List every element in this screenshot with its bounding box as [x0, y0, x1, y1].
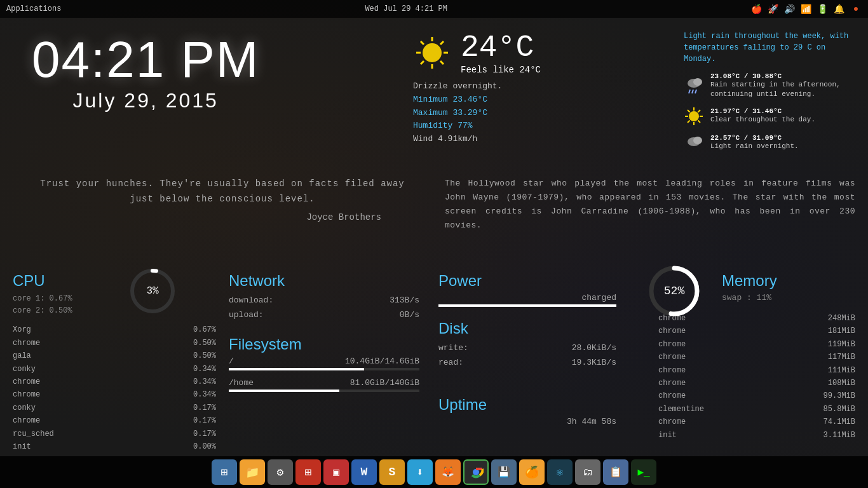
disk-write-label: write:: [438, 341, 468, 355]
main-content: 04:21 PM July 29, 2015 24°C Feels like 2…: [0, 18, 868, 456]
widgets-row: CPU core 1: 0.67% core 2: 0.50% 3% Xorg: [0, 272, 868, 418]
taskbar-slides-icon[interactable]: S: [379, 459, 405, 485]
mem-process-name: clementine: [658, 403, 704, 416]
cpu-gauge-percent: 3%: [146, 285, 158, 297]
taskbar-terminal-icon[interactable]: ▶_: [631, 459, 656, 485]
process-name: gala: [13, 349, 31, 362]
uptime-title: Uptime: [438, 396, 616, 414]
process-value: 0.17%: [193, 414, 216, 427]
cpu-process-gala: gala 0.50%: [13, 349, 216, 362]
volume-icon[interactable]: 🔊: [784, 3, 796, 15]
cpu-process-rcu: rcu_sched 0.17%: [13, 428, 216, 440]
topbar-icons: 🍎 🚀 🔊 📶 🔋 🔔 ●: [751, 3, 862, 15]
weather-description: Drizzle overnight.: [413, 80, 677, 93]
mem-process-chrome5: chrome 111MiB: [658, 364, 855, 377]
power-status: charged: [438, 293, 616, 302]
process-name: chrome: [13, 388, 40, 401]
cpu-process-chrome3: chrome 0.34%: [13, 388, 216, 401]
cpu-process-conky2: conky 0.17%: [13, 402, 216, 414]
forecast-temp-1: 23.08°C / 30.88°C: [710, 72, 855, 80]
weather-humidity: Humidity 77%: [413, 119, 677, 133]
memory-widget: 52% Memory swap : 11% chrome 248MiB chro…: [658, 272, 855, 442]
disk-read-row: read: 19.3KiB/s: [438, 355, 616, 370]
svg-line-11: [689, 90, 690, 93]
process-name: chrome: [13, 376, 40, 388]
memory-title: Memory: [722, 272, 777, 290]
fs-home: /home 81.0GiB/140GiB: [229, 378, 419, 392]
cpu-core2: core 2: 0.50%: [13, 305, 216, 317]
forecast-item-2: 21.97°C / 31.46°C Clear throughout the d…: [684, 106, 855, 126]
taskbar-atom-icon[interactable]: ⚛: [547, 459, 573, 485]
disk-widget: Disk write: 28.0KiB/s read: 19.3KiB/s: [438, 320, 616, 370]
taskbar-files2-icon[interactable]: 🗂: [575, 459, 600, 485]
notification-icon[interactable]: 🔔: [834, 3, 845, 15]
svg-point-14: [689, 111, 699, 121]
upload-label: upload:: [229, 308, 264, 322]
cpu-process-init: init 0.00%: [13, 440, 216, 453]
forecast-temp-3: 22.57°C / 31.09°C: [710, 134, 799, 142]
cpu-process-chrome1: chrome 0.50%: [13, 337, 216, 349]
clock-section: 04:21 PM July 29, 2015: [32, 30, 259, 112]
fs-home-path: /home: [229, 378, 254, 388]
process-value: 0.34%: [193, 363, 216, 376]
mem-process-name: chrome: [658, 364, 686, 377]
taskbar-download-icon[interactable]: ⬇: [407, 459, 433, 485]
uptime-widget: Uptime 3h 44m 58s: [438, 396, 616, 426]
taskbar-list-icon[interactable]: 📋: [603, 459, 628, 485]
mem-process-name: chrome: [658, 325, 686, 337]
forecast-item-1: 23.08°C / 30.88°C Rain starting in the a…: [684, 72, 855, 100]
mem-process-chrome8: chrome 74.1MiB: [658, 416, 855, 428]
mem-process-name: chrome: [658, 416, 686, 428]
forecast-desc-1: Rain starting in the afternoon, continui…: [710, 80, 855, 100]
app-menu[interactable]: Applications: [6, 4, 61, 13]
fs-root-size: 10.4GiB/14.6GiB: [345, 356, 419, 366]
taskbar-pocket-icon[interactable]: ▣: [323, 459, 349, 485]
uptime-value: 3h 44m 58s: [438, 417, 616, 426]
taskbar-folder-icon[interactable]: 📁: [240, 459, 265, 485]
memory-gauge: 52%: [646, 262, 703, 320]
mem-process-name: init: [658, 429, 677, 442]
mem-process-value: 248MiB: [828, 312, 855, 325]
mem-process-name: chrome: [658, 351, 686, 363]
mem-process-name: chrome: [658, 338, 686, 351]
battery-icon[interactable]: 🔋: [817, 3, 829, 15]
rocket-icon[interactable]: 🚀: [768, 3, 779, 15]
fs-home-bar-bg: [229, 390, 419, 392]
power-widget: Power charged Disk write: 28.0KiB/s read…: [438, 272, 616, 388]
ubuntu-icon[interactable]: ●: [850, 3, 862, 15]
cpu-title: CPU: [13, 272, 216, 290]
taskbar-word-icon[interactable]: W: [351, 459, 377, 485]
weather-section: 24°C Feels like 24°C Drizzle overnight. …: [413, 30, 677, 146]
forecast-desc-2: Clear throughout the day.: [710, 115, 815, 125]
weather-feels-like: Feels like 24°C: [461, 65, 541, 75]
process-value: 0.17%: [193, 402, 216, 414]
disk-write-row: write: 28.0KiB/s: [438, 341, 616, 355]
taskbar-grid-icon[interactable]: ⊞: [295, 459, 321, 485]
cpu-cores: core 1: 0.67% core 2: 0.50%: [13, 293, 216, 317]
app-icon[interactable]: 🍎: [751, 3, 763, 15]
taskbar-files-icon[interactable]: ⊞: [212, 459, 237, 485]
process-name: conky: [13, 402, 36, 414]
fs-home-bar-fill: [229, 390, 339, 392]
process-name: rcu_sched: [13, 428, 54, 440]
svg-line-6: [440, 61, 444, 64]
taskbar-chrome-icon[interactable]: [463, 459, 489, 485]
mem-process-chrome2: chrome 181MiB: [658, 325, 855, 337]
taskbar-squeezer-icon[interactable]: 🍊: [519, 459, 545, 485]
network-title: Network: [229, 272, 419, 290]
weather-temp: 24°C: [461, 30, 541, 65]
topbar: Applications Wed Jul 29 4:21 PM 🍎 🚀 🔊 📶 …: [0, 0, 868, 18]
topbar-datetime: Wed Jul 29 4:21 PM: [365, 4, 447, 13]
mem-process-name: chrome: [658, 377, 686, 390]
taskbar-firefox-icon[interactable]: 🦊: [435, 459, 461, 485]
download-label: download:: [229, 293, 273, 308]
cpu-widget: CPU core 1: 0.67% core 2: 0.50% 3% Xorg: [13, 272, 216, 453]
wifi-icon[interactable]: 📶: [801, 3, 812, 15]
taskbar-settings-icon[interactable]: ⚙: [268, 459, 293, 485]
network-download-row: download: 313B/s: [229, 293, 419, 308]
mem-process-value: 85.8MiB: [824, 403, 855, 416]
process-value: 0.50%: [193, 337, 216, 349]
mem-process-value: 117MiB: [828, 351, 855, 363]
taskbar-storage-icon[interactable]: 💾: [491, 459, 517, 485]
cpu-process-list: Xorg 0.67% chrome 0.50% gala 0.50% conky…: [13, 323, 216, 453]
